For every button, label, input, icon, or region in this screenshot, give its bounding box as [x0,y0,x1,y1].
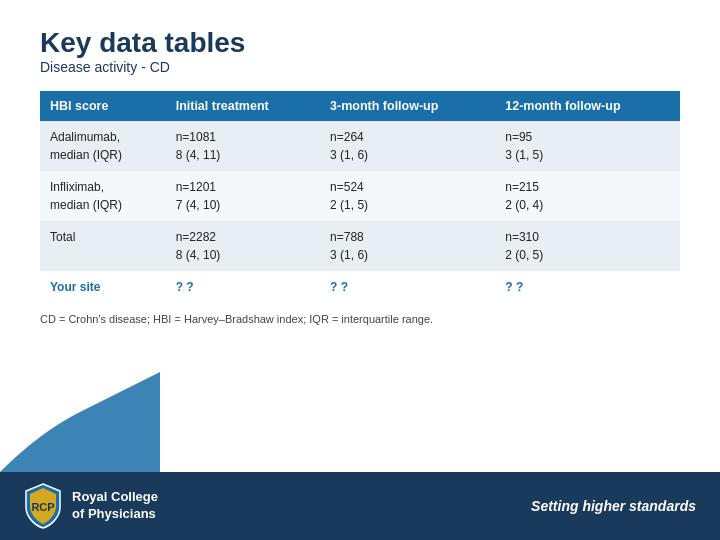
your-site-cell-2: ? ? [320,271,495,303]
table-cell-2-2: n=7883 (1, 6) [320,221,495,271]
table-cell-0-0: Adalimumab,median (IQR) [40,121,166,171]
col-header-3month: 3-month follow-up [320,91,495,121]
table-cell-1-1: n=12017 (4, 10) [166,171,320,221]
table-cell-0-3: n=953 (1, 5) [495,121,680,171]
footnote: CD = Crohn's disease; HBI = Harvey–Brads… [40,313,680,325]
page-subtitle: Disease activity - CD [40,59,680,75]
your-site-cell-3: ? ? [495,271,680,303]
footer-tagline: Setting higher standards [531,498,696,514]
table-cell-2-0: Total [40,221,166,271]
table-row: Totaln=22828 (4, 10)n=7883 (1, 6)n=3102 … [40,221,680,271]
table-cell-1-3: n=2152 (0, 4) [495,171,680,221]
blue-curve-decoration [0,372,160,472]
col-header-initial: Initial treatment [166,91,320,121]
page-wrapper: RCP Royal College of Physicians Setting … [0,0,720,540]
table-cell-0-1: n=10818 (4, 11) [166,121,320,171]
table-cell-0-2: n=2643 (1, 6) [320,121,495,171]
table-row: Adalimumab,median (IQR)n=10818 (4, 11)n=… [40,121,680,171]
table-row: Infliximab,median (IQR)n=12017 (4, 10)n=… [40,171,680,221]
rcp-org-name: Royal College of Physicians [72,489,158,523]
your-site-cell-0: Your site [40,271,166,303]
table-cell-1-0: Infliximab,median (IQR) [40,171,166,221]
rcp-shield-icon: RCP [24,483,62,529]
bottom-band-content: RCP Royal College of Physicians Setting … [0,472,720,540]
page-title: Key data tables [40,28,680,59]
rcp-logo: RCP Royal College of Physicians [24,483,158,529]
table-header-row: HBI score Initial treatment 3-month foll… [40,91,680,121]
your-site-cell-1: ? ? [166,271,320,303]
svg-text:RCP: RCP [31,501,54,513]
main-content: Key data tables Disease activity - CD HB… [0,0,720,325]
col-header-hbi: HBI score [40,91,166,121]
table-cell-2-1: n=22828 (4, 10) [166,221,320,271]
data-table: HBI score Initial treatment 3-month foll… [40,91,680,303]
col-header-12month: 12-month follow-up [495,91,680,121]
table-cell-1-2: n=5242 (1, 5) [320,171,495,221]
your-site-row: Your site? ?? ?? ? [40,271,680,303]
table-cell-2-3: n=3102 (0, 5) [495,221,680,271]
